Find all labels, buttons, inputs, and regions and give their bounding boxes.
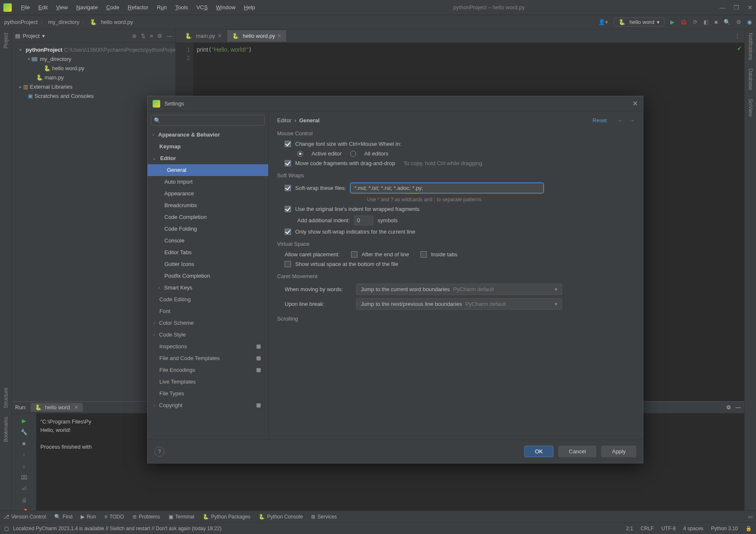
tool-problems[interactable]: ⊘ Problems xyxy=(132,514,160,520)
tree-root[interactable]: ▾pythonProject C:\Users\13600\PycharmPro… xyxy=(12,45,175,55)
nav-gutter[interactable]: Gutter Icons xyxy=(148,258,268,270)
nav-livetemplates[interactable]: Live Templates xyxy=(148,376,268,388)
menu-refactor[interactable]: Refactor xyxy=(124,3,152,12)
check-icon[interactable]: ✔ xyxy=(737,45,742,52)
reset-button[interactable]: Reset xyxy=(592,117,607,124)
run-icon[interactable]: ▶ xyxy=(670,19,674,25)
menu-tools[interactable]: Tools xyxy=(172,3,191,12)
menu-vcs[interactable]: VCS xyxy=(193,3,211,12)
nav-copyright[interactable]: ›Copyright xyxy=(148,400,268,411)
menu-navigate[interactable]: Navigate xyxy=(73,3,101,12)
nav-general[interactable]: ⌄General xyxy=(148,164,268,176)
sidebar-structure[interactable]: Structure xyxy=(3,388,9,408)
tree-external[interactable]: ▸▥External Libraries xyxy=(12,82,175,92)
tool-pypackages[interactable]: 🐍 Python Packages xyxy=(203,514,250,520)
tree-file1[interactable]: 🐍hello word.py xyxy=(12,64,175,73)
chk-drag-drop[interactable] xyxy=(285,160,291,166)
nav-codestyle[interactable]: ›Code Style xyxy=(148,329,268,341)
run-config-selector[interactable]: 🐍 hello word ▾ xyxy=(614,18,664,26)
status-pos[interactable]: 2:1 xyxy=(626,526,633,531)
menu-run[interactable]: Run xyxy=(153,3,170,12)
tool-run[interactable]: ▶ Run xyxy=(81,514,96,520)
sidebar-notifications[interactable]: Notifications xyxy=(748,33,753,60)
dialog-title-bar[interactable]: Settings ✕ xyxy=(148,96,643,111)
down-icon[interactable]: ↓ xyxy=(23,463,26,469)
sidebar-sciview[interactable]: SciView xyxy=(748,99,753,116)
chk-wrap-indicators[interactable] xyxy=(285,229,291,235)
help-button[interactable]: ? xyxy=(154,447,164,457)
chk-original-indent[interactable] xyxy=(285,206,291,212)
cancel-button[interactable]: Cancel xyxy=(558,446,596,457)
menu-edit[interactable]: Edit xyxy=(35,3,51,12)
nav-filetypes[interactable]: File Types xyxy=(148,388,268,400)
search-icon[interactable]: 🔍 xyxy=(724,19,730,25)
wrench-icon[interactable]: 🔧 xyxy=(21,429,27,435)
nav-colorscheme[interactable]: ›Color Scheme xyxy=(148,317,268,329)
nav-inspections[interactable]: Inspections xyxy=(148,341,268,352)
apply-button[interactable]: Apply xyxy=(601,446,636,457)
dialog-close-icon[interactable]: ✕ xyxy=(632,100,638,108)
filter-icon[interactable]: ⌧ xyxy=(21,474,27,481)
select-by-words[interactable]: Jump to the current word boundariesPyCha… xyxy=(356,284,562,295)
chk-inside-tabs[interactable] xyxy=(420,251,427,258)
menu-code[interactable]: Code xyxy=(103,3,123,12)
sidebar-bookmarks[interactable]: Bookmarks xyxy=(3,417,9,442)
nav-appearance2[interactable]: Appearance xyxy=(148,188,268,200)
close-tab-icon[interactable]: ✕ xyxy=(278,33,281,39)
nav-appearance[interactable]: ›Appearance & Behavior xyxy=(148,129,268,141)
close-tab-icon[interactable]: ✕ xyxy=(218,33,222,39)
tool-pyconsole[interactable]: 🐍 Python Console xyxy=(259,514,303,520)
toolwindows-icon[interactable]: ▢ xyxy=(4,526,9,531)
coverage-icon[interactable]: ⟳ xyxy=(693,19,698,25)
user-icon[interactable]: 👤▾ xyxy=(598,19,608,25)
nav-breadcrumbs[interactable]: Breadcrumbs xyxy=(148,200,268,211)
radio-active-editor[interactable] xyxy=(297,151,303,157)
profile-icon[interactable]: ◧ xyxy=(703,19,708,25)
lock-icon[interactable]: 🔒 xyxy=(745,526,752,531)
tool-vcs[interactable]: ⎇ Version Control xyxy=(3,514,46,520)
indent-input[interactable] xyxy=(354,216,373,225)
nav-fileenc[interactable]: File Encodings xyxy=(148,364,268,376)
more-icon[interactable]: ⋮ xyxy=(730,33,744,39)
maximize-icon[interactable]: ❐ xyxy=(734,4,739,11)
chk-show-virtual[interactable] xyxy=(285,261,291,267)
event-log-icon[interactable]: ▭ xyxy=(748,514,753,520)
back-icon[interactable]: ← xyxy=(618,117,623,124)
crumb-file[interactable]: hello word.py xyxy=(101,19,133,25)
tool-services[interactable]: ⊞ Services xyxy=(311,514,337,520)
radio-all-editors[interactable] xyxy=(350,151,356,157)
sort-icon[interactable]: ≡ xyxy=(150,33,153,39)
forward-icon[interactable]: → xyxy=(629,117,634,124)
nav-codeediting[interactable]: Code Editing xyxy=(148,294,268,305)
menu-view[interactable]: View xyxy=(53,3,71,12)
chk-softwrap-files[interactable] xyxy=(285,185,291,191)
nav-font[interactable]: Font xyxy=(148,305,268,317)
tool-todo[interactable]: ≡ TODO xyxy=(104,514,124,520)
up-icon[interactable]: ↑ xyxy=(23,452,26,458)
crumb-dir[interactable]: my_directory xyxy=(48,19,79,25)
hide-icon[interactable]: — xyxy=(735,404,741,410)
target-icon[interactable]: ⊕ xyxy=(132,33,137,39)
tool-find[interactable]: 🔍 Find xyxy=(54,514,72,520)
gear-icon[interactable]: ⚙ xyxy=(736,19,741,25)
status-python[interactable]: Python 3.10 xyxy=(711,526,738,531)
nav-editor[interactable]: ⌄Editor xyxy=(148,153,268,164)
tab-main[interactable]: 🐍main.py✕ xyxy=(180,30,227,42)
status-indent[interactable]: 4 spaces xyxy=(683,526,703,531)
close-icon[interactable]: ✕ xyxy=(748,4,753,11)
tree-dir[interactable]: ▾my_directory xyxy=(12,55,175,64)
tab-hello[interactable]: 🐍hello word.py✕ xyxy=(227,30,287,42)
crumb-editor[interactable]: Editor xyxy=(277,117,291,124)
status-message[interactable]: Localized PyCharm 2023.1.4 is available … xyxy=(13,526,222,531)
nav-smart[interactable]: ›Smart Keys xyxy=(148,282,268,294)
status-crlf[interactable]: CRLF xyxy=(641,526,654,531)
chk-after-eol[interactable] xyxy=(351,251,357,258)
rerun-icon[interactable]: ▶ xyxy=(22,418,26,424)
wrap-icon[interactable]: ⏎ xyxy=(22,486,26,492)
menu-window[interactable]: Window xyxy=(213,3,239,12)
settings-search-input[interactable]: 🔍 xyxy=(151,115,265,126)
menu-help[interactable]: Help xyxy=(241,3,259,12)
stop-icon[interactable]: ■ xyxy=(714,19,718,25)
gear-icon[interactable]: ⚙ xyxy=(726,404,731,410)
sidebar-project-tab[interactable]: Project xyxy=(3,33,9,48)
